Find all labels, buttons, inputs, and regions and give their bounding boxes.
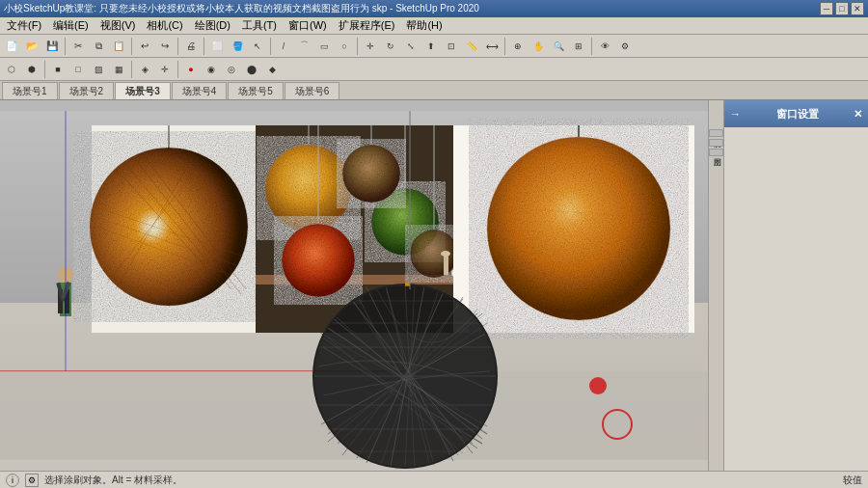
- tb-views[interactable]: 👁: [595, 37, 614, 56]
- menubar: 文件(F) 编辑(E) 视图(V) 相机(C) 绘图(D) 工具(T) 窗口(W…: [0, 17, 868, 35]
- sep4: [203, 38, 204, 55]
- tb2-shade[interactable]: ▨: [89, 60, 108, 79]
- scene-tab-3[interactable]: 场景号3: [115, 82, 171, 99]
- tb-new[interactable]: 📄: [2, 37, 21, 56]
- tb-open[interactable]: 📂: [22, 37, 41, 56]
- tb2-extra2[interactable]: ◉: [202, 60, 221, 79]
- menu-tools[interactable]: 工具(T): [237, 17, 282, 34]
- tb-pushpull[interactable]: ⬆: [421, 37, 441, 56]
- scene-tab-4[interactable]: 场景号4: [172, 82, 228, 99]
- tb-print[interactable]: 🖨: [181, 37, 201, 56]
- sep11: [177, 61, 178, 78]
- vertical-tabs: 材质 组件 图层: [708, 100, 723, 471]
- vtab-material[interactable]: 材质: [709, 129, 723, 137]
- tb-paint[interactable]: 🪣: [228, 37, 247, 56]
- tb-offset[interactable]: ⊡: [442, 37, 461, 56]
- menu-camera[interactable]: 相机(C): [142, 17, 187, 34]
- tb-save[interactable]: 💾: [42, 37, 62, 56]
- toolbar2: ⬡ ⬢ ■ □ ▨ ▦ ◈ ✛ ● ◉ ◎ ⬤ ◆: [0, 58, 868, 81]
- sep7: [504, 38, 505, 55]
- tb2-component[interactable]: ⬢: [22, 60, 41, 79]
- scene-tab-6[interactable]: 场景号6: [285, 82, 340, 99]
- panel-body: [724, 127, 868, 471]
- menu-window[interactable]: 窗口(W): [284, 17, 332, 34]
- panel-close[interactable]: ✕: [854, 108, 862, 121]
- tb2-axes[interactable]: ✛: [155, 60, 175, 79]
- tb2-extra1[interactable]: ●: [181, 60, 201, 79]
- menu-draw[interactable]: 绘图(D): [190, 17, 235, 34]
- status-hint: 选择涂刷对象。Alt = 材料采样。: [44, 474, 182, 487]
- status-right: 较值: [843, 474, 862, 487]
- menu-view[interactable]: 视图(V): [95, 17, 141, 34]
- tb2-section[interactable]: ◈: [135, 60, 154, 79]
- maximize-button[interactable]: □: [835, 2, 849, 15]
- titlebar-controls: ─ □ ✕: [820, 2, 864, 15]
- tb-arc[interactable]: ⌒: [294, 37, 313, 56]
- toolbar1: 📄 📂 💾 ✂ ⧉ 📋 ↩ ↪ 🖨 ⬜ 🪣 ↖ / ⌒ ▭ ○ ✛ ↻ ⤡ ⬆ …: [0, 35, 868, 58]
- menu-extensions[interactable]: 扩展程序(E): [334, 17, 400, 34]
- tb-undo[interactable]: ↩: [135, 37, 154, 56]
- tb-move[interactable]: ✛: [361, 37, 380, 56]
- settings-icon[interactable]: ⚙: [25, 474, 39, 487]
- panel-arrow[interactable]: →: [730, 108, 741, 120]
- right-panel: → 窗口设置 ✕: [723, 100, 868, 471]
- sep3: [177, 38, 178, 55]
- tb-zoomfit[interactable]: ⊞: [569, 37, 588, 56]
- close-button[interactable]: ✕: [851, 2, 864, 15]
- vtab-component[interactable]: 组件: [709, 139, 723, 147]
- menu-help[interactable]: 帮助(H): [401, 17, 447, 34]
- status-value: 较值: [843, 474, 862, 485]
- tb2-texture[interactable]: ▦: [109, 60, 128, 79]
- tb-redo[interactable]: ↪: [155, 37, 175, 56]
- title-text: 小校SketchUp教课堂: 只要您未经小校授权或将小校本人获取的视频文档截图盗…: [4, 2, 479, 15]
- panel-header: → 窗口设置 ✕: [724, 100, 868, 127]
- tb2-solid[interactable]: ■: [48, 60, 68, 79]
- tb2-group[interactable]: ⬡: [2, 60, 21, 79]
- tb-orbit[interactable]: ⊕: [508, 37, 528, 56]
- scene-tab-5[interactable]: 场景号5: [228, 82, 284, 99]
- sep1: [65, 38, 66, 55]
- status-left: i ⚙ 选择涂刷对象。Alt = 材料采样。: [6, 474, 182, 487]
- scene-tab-2[interactable]: 场景号2: [59, 82, 115, 99]
- tb-scale[interactable]: ⤡: [401, 37, 420, 56]
- panel-title: 窗口设置: [776, 107, 819, 122]
- tb-cut[interactable]: ✂: [68, 37, 88, 56]
- tb-circle[interactable]: ○: [335, 37, 354, 56]
- tb-settings[interactable]: ⚙: [615, 37, 635, 56]
- titlebar: 小校SketchUp教课堂: 只要您未经小校授权或将小校本人获取的视频文档截图盗…: [0, 0, 868, 17]
- tb2-wire[interactable]: □: [68, 60, 88, 79]
- vtab-layer[interactable]: 图层: [709, 149, 723, 156]
- sep6: [357, 38, 358, 55]
- tb-zoom[interactable]: 🔍: [549, 37, 568, 56]
- tb-line[interactable]: /: [274, 37, 293, 56]
- sep9: [44, 61, 45, 78]
- scene-tab-1[interactable]: 场景号1: [2, 82, 58, 99]
- viewport[interactable]: 材质 组件 图层: [0, 100, 723, 471]
- tb-select[interactable]: ↖: [248, 37, 267, 56]
- tb-tape[interactable]: 📏: [462, 37, 481, 56]
- tb-paste[interactable]: 📋: [109, 37, 128, 56]
- tb-rotate[interactable]: ↻: [381, 37, 400, 56]
- tb2-extra4[interactable]: ⬤: [242, 60, 261, 79]
- sep2: [131, 38, 132, 55]
- scene-background: [0, 100, 723, 471]
- tb2-extra5[interactable]: ◆: [262, 60, 282, 79]
- tb-rect[interactable]: ▭: [314, 37, 334, 56]
- menu-edit[interactable]: 编辑(E): [48, 17, 94, 34]
- scene-tabs: 场景号1 场景号2 场景号3 场景号4 场景号5 场景号6: [0, 81, 868, 100]
- statusbar: i ⚙ 选择涂刷对象。Alt = 材料采样。 较值: [0, 471, 868, 488]
- menu-file[interactable]: 文件(F): [2, 17, 46, 34]
- main-area: 材质 组件 图层 → 窗口设置 ✕: [0, 100, 868, 471]
- tb2-extra3[interactable]: ◎: [222, 60, 241, 79]
- tb-pan[interactable]: ✋: [529, 37, 548, 56]
- panel-content: [724, 127, 868, 135]
- tb-copy[interactable]: ⧉: [89, 37, 108, 56]
- tb-eraser[interactable]: ⬜: [207, 37, 227, 56]
- sep5: [270, 38, 271, 55]
- sep10: [131, 61, 132, 78]
- minimize-button[interactable]: ─: [820, 2, 833, 15]
- info-icon[interactable]: i: [6, 474, 19, 487]
- tb-dim[interactable]: ⟷: [482, 37, 502, 56]
- sep8: [591, 38, 592, 55]
